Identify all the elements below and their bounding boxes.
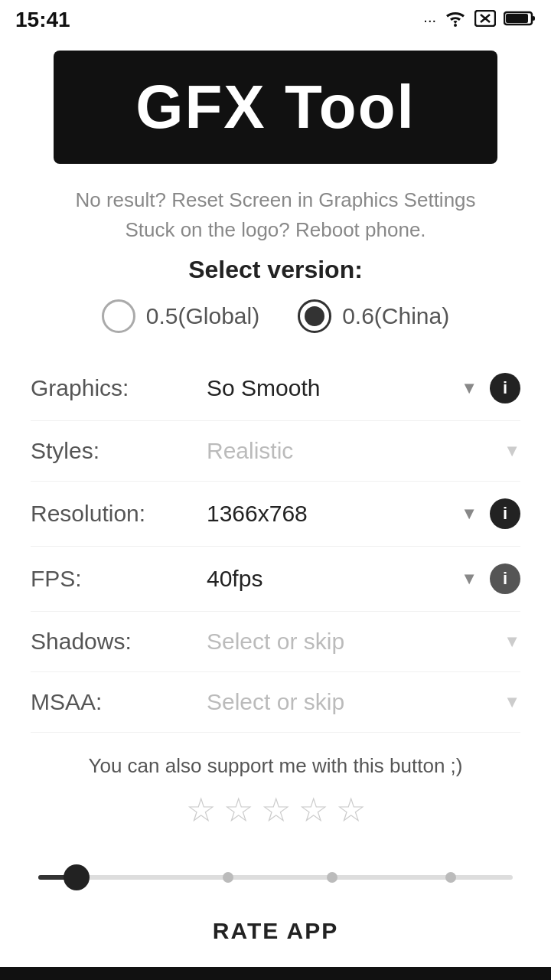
- slider-tick-2: [327, 872, 337, 883]
- version-china-radio[interactable]: [298, 299, 331, 333]
- version-global-option[interactable]: 0.5(Global): [102, 299, 259, 333]
- msaa-label: MSAA:: [31, 689, 207, 715]
- msaa-dropdown-arrow[interactable]: ▼: [504, 692, 520, 712]
- x-box-icon: [474, 10, 496, 31]
- resolution-label: Resolution:: [31, 501, 207, 527]
- fps-info-icon[interactable]: i: [490, 564, 520, 594]
- resolution-value: 1366x768: [207, 501, 453, 527]
- styles-label: Styles:: [31, 438, 207, 464]
- star-3[interactable]: ☆: [261, 790, 291, 829]
- resolution-row: Resolution: 1366x768 ▼ i: [31, 482, 520, 547]
- fps-dropdown-arrow[interactable]: ▼: [461, 569, 478, 589]
- signal-dots-icon: ···: [423, 11, 436, 29]
- version-selector: 0.5(Global) 0.6(China): [0, 299, 551, 333]
- battery-icon: [504, 10, 536, 31]
- version-global-label: 0.5(Global): [146, 303, 259, 329]
- graphics-value: So Smooth: [207, 375, 453, 401]
- status-bar: 15:41 ···: [0, 0, 551, 40]
- version-global-radio[interactable]: [102, 299, 135, 333]
- version-china-option[interactable]: 0.6(China): [298, 299, 449, 333]
- status-time: 15:41: [15, 8, 70, 32]
- msaa-value: Select or skip: [207, 689, 496, 715]
- svg-point-0: [454, 24, 457, 27]
- app-header-banner: GFX Tool: [54, 51, 497, 164]
- shadows-row: Shadows: Select or skip ▼: [31, 612, 520, 672]
- graphics-info-icon[interactable]: i: [490, 373, 520, 403]
- svg-rect-6: [532, 16, 535, 21]
- app-title: GFX Tool: [84, 72, 467, 142]
- select-version-label: Select version:: [0, 256, 551, 284]
- star-5[interactable]: ☆: [336, 790, 366, 829]
- svg-rect-5: [506, 14, 528, 23]
- settings-area: Graphics: So Smooth ▼ i Styles: Realisti…: [0, 356, 551, 733]
- support-text: You can also support me with this button…: [31, 754, 520, 778]
- star-1[interactable]: ☆: [186, 790, 216, 829]
- styles-dropdown-arrow[interactable]: ▼: [504, 441, 520, 461]
- subtitle-text: No result? Reset Screen in Graphics Sett…: [31, 185, 520, 245]
- version-china-label: 0.6(China): [342, 303, 449, 329]
- rate-app-button[interactable]: RATE APP: [0, 918, 551, 944]
- msaa-row: MSAA: Select or skip ▼: [31, 672, 520, 733]
- slider-thumb[interactable]: [64, 864, 90, 890]
- star-4[interactable]: ☆: [298, 790, 328, 829]
- status-icons: ···: [423, 10, 536, 31]
- slider-track[interactable]: [38, 875, 513, 880]
- resolution-dropdown-arrow[interactable]: ▼: [461, 504, 478, 524]
- star-2[interactable]: ☆: [223, 790, 253, 829]
- shadows-dropdown-arrow[interactable]: ▼: [504, 632, 520, 652]
- slider-container[interactable]: [0, 852, 551, 903]
- graphics-dropdown-arrow[interactable]: ▼: [461, 378, 478, 398]
- slider-tick-1: [223, 872, 233, 883]
- styles-value: Realistic: [207, 438, 496, 464]
- wifi-icon: [444, 10, 467, 31]
- shadows-label: Shadows:: [31, 629, 207, 655]
- fps-row: FPS: 40fps ▼ i: [31, 547, 520, 612]
- stars-rating[interactable]: ☆ ☆ ☆ ☆ ☆: [0, 790, 551, 829]
- bottom-bar: ACCEPT ⊞: [0, 967, 551, 980]
- fps-value: 40fps: [207, 566, 453, 592]
- shadows-value: Select or skip: [207, 629, 496, 655]
- styles-row: Styles: Realistic ▼: [31, 421, 520, 482]
- graphics-label: Graphics:: [31, 375, 207, 401]
- graphics-row: Graphics: So Smooth ▼ i: [31, 356, 520, 421]
- fps-label: FPS:: [31, 566, 207, 592]
- resolution-info-icon[interactable]: i: [490, 498, 520, 529]
- slider-tick-3: [445, 872, 456, 883]
